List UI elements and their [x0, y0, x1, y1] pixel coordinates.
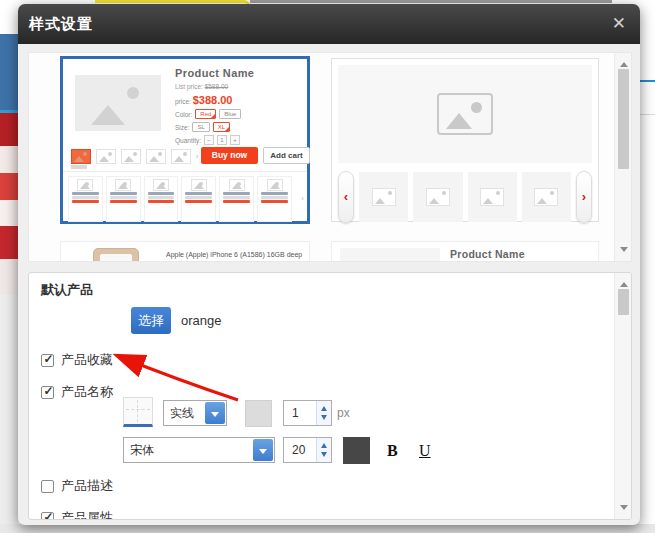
- close-icon[interactable]: ✕: [612, 13, 626, 35]
- text-line: [261, 196, 288, 199]
- spinner-up-icon[interactable]: [317, 438, 332, 450]
- font-size-stepper[interactable]: 20: [283, 437, 332, 463]
- text-line: [185, 196, 212, 199]
- thumbnail: [121, 149, 141, 164]
- mock-buy-now-button: Buy now: [201, 147, 258, 164]
- border-width-value: 1: [292, 401, 299, 425]
- border-style-value: 实线: [170, 401, 194, 425]
- text-line: [261, 192, 288, 195]
- border-color-swatch[interactable]: [245, 400, 272, 427]
- px-unit-label: px: [337, 400, 350, 426]
- image-placeholder-icon: [77, 179, 93, 191]
- template-card-gallery[interactable]: ‹ ›: [331, 58, 599, 222]
- thumbnail: [171, 149, 191, 164]
- text-line: [148, 192, 175, 195]
- image-placeholder-icon: [191, 179, 207, 191]
- scroll-down-icon[interactable]: [615, 245, 632, 259]
- border-style-select[interactable]: 实线: [163, 400, 227, 426]
- thumbnail: [146, 149, 166, 164]
- settings-panel: 默认产品 选择 orange 产品收藏 产品名称 实线 1 px 宋体: [28, 272, 632, 520]
- dialog-title: 样式设置: [29, 4, 93, 44]
- background-right-blue-line: [640, 80, 655, 82]
- image-placeholder-icon: [480, 188, 504, 206]
- dropdown-arrow-icon[interactable]: [253, 439, 273, 461]
- background-left-blue-bar: [0, 34, 18, 110]
- template-card-detail-selected[interactable]: Product Name List price: $588.00 price: …: [60, 56, 310, 224]
- mock-main-image-area: [338, 65, 592, 163]
- price-line: [261, 200, 288, 203]
- product-description-checkbox[interactable]: [41, 480, 54, 493]
- product-name-checkbox[interactable]: [41, 386, 54, 399]
- text-line: [110, 192, 137, 195]
- font-color-swatch[interactable]: [343, 437, 370, 464]
- text-line: [72, 196, 99, 199]
- font-family-value: 宋体: [130, 438, 154, 462]
- checkbox-label: 产品收藏: [61, 351, 113, 369]
- default-product-value: orange: [181, 307, 221, 334]
- scrollbar-thumb[interactable]: [618, 289, 629, 315]
- price-value: $388.00: [193, 94, 233, 106]
- product-attributes-checkbox[interactable]: [41, 512, 54, 521]
- text-line: [223, 196, 250, 199]
- product-favorite-checkbox[interactable]: [41, 354, 54, 367]
- related-next-icon: ›: [301, 194, 304, 203]
- thumbnail-selected: [71, 149, 91, 164]
- mock-carousel-row: ‹ ›: [338, 171, 592, 223]
- font-size-value: 20: [292, 438, 305, 462]
- quantity-label: Quantity:: [175, 137, 201, 144]
- underline-toggle[interactable]: U: [419, 437, 431, 464]
- dropdown-arrow-icon[interactable]: [205, 402, 225, 424]
- checkbox-row-product-favorite: 产品收藏: [41, 351, 113, 369]
- price-label: price:: [175, 98, 191, 105]
- checkbox-row-product-name: 产品名称: [41, 383, 113, 401]
- scroll-up-icon[interactable]: [615, 55, 632, 69]
- scrollbar-thumb[interactable]: [618, 69, 629, 169]
- stepper-buttons: [316, 438, 331, 462]
- background-top-strip: [250, 0, 612, 3]
- scroll-down-icon[interactable]: [615, 503, 632, 517]
- price-line: [185, 200, 212, 203]
- related-product-card: [144, 176, 179, 222]
- dialog-header: 样式设置 ✕: [18, 4, 640, 44]
- font-family-select[interactable]: 宋体: [123, 437, 275, 463]
- related-product-card: [219, 176, 254, 222]
- template-gallery-panel: Product Name List price: $588.00 price: …: [28, 52, 632, 262]
- mock-related-products: [68, 176, 292, 222]
- image-placeholder-icon: [534, 188, 558, 206]
- mock-quantity-row: Quantity: − 1 +: [175, 135, 307, 145]
- checkbox-row-product-description: 产品描述: [41, 477, 113, 495]
- background-left-bottom: [0, 295, 18, 533]
- template-card-detail-partial[interactable]: Product Name List price: $588.00: [331, 241, 599, 262]
- mock-add-cart-button: Add cart: [263, 147, 310, 164]
- border-width-stepper[interactable]: 1: [283, 400, 332, 426]
- scroll-up-icon[interactable]: [615, 275, 632, 289]
- related-product-card: [181, 176, 216, 222]
- size-option-xl: XL: [213, 122, 230, 132]
- carousel-thumbnail: [359, 172, 408, 222]
- select-product-button[interactable]: 选择: [131, 307, 171, 334]
- mock-price: price: $388.00: [175, 94, 307, 106]
- spinner-up-icon[interactable]: [317, 401, 332, 413]
- settings-scrollbar[interactable]: [614, 273, 631, 519]
- bold-toggle[interactable]: B: [387, 437, 398, 464]
- text-line: [223, 192, 250, 195]
- size-option-sl: SL: [192, 122, 209, 132]
- spinner-down-icon[interactable]: [317, 413, 332, 425]
- price-line: [148, 200, 175, 203]
- related-product-card: [257, 176, 292, 222]
- product-info-mock: Product Name List price: $588.00 price: …: [175, 67, 307, 145]
- mock-thumbnail-row: ›: [71, 149, 198, 164]
- price-line: [110, 200, 137, 203]
- price-line: [223, 200, 250, 203]
- carousel-thumbnail: [468, 172, 517, 222]
- carousel-thumbnail: [413, 172, 462, 222]
- border-position-picker[interactable]: [123, 397, 153, 427]
- checkbox-row-product-attributes: 产品属性: [41, 509, 113, 520]
- templates-scrollbar[interactable]: [614, 53, 631, 261]
- image-placeholder-icon: [426, 188, 450, 206]
- image-placeholder-icon: [75, 75, 161, 131]
- related-product-card: [106, 176, 141, 222]
- template-card-iphone-partial[interactable]: Apple (Apple) iPhone 6 (A1586) 16GB deep: [60, 241, 310, 262]
- spinner-down-icon[interactable]: [317, 450, 332, 462]
- image-placeholder-icon: [115, 179, 131, 191]
